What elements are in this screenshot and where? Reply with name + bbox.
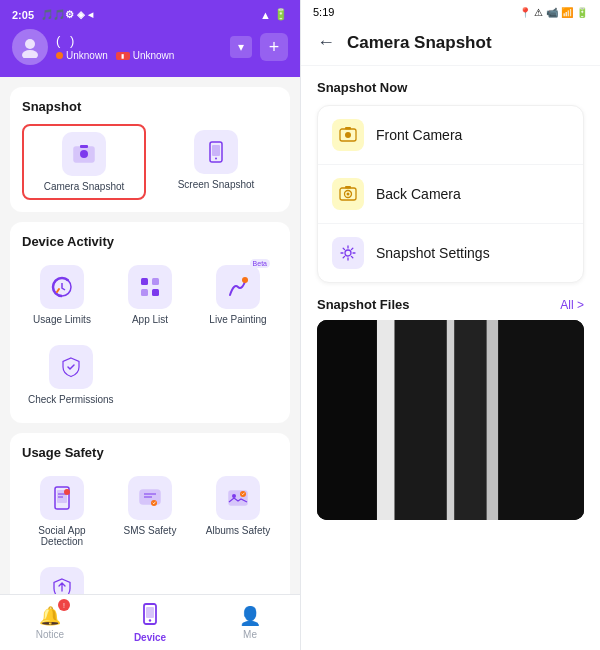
- me-icon: 👤: [239, 605, 261, 627]
- bottom-nav: ! 🔔 Notice Device 👤 Me: [0, 594, 300, 650]
- nav-me[interactable]: 👤 Me: [200, 595, 300, 650]
- svg-point-3: [80, 150, 88, 158]
- account-name: ( ): [56, 33, 174, 48]
- notice-icon: 🔔: [39, 605, 61, 627]
- snapshot-section: Snapshot Camera Snapshot: [10, 87, 290, 212]
- device-icon: [140, 603, 160, 630]
- albums-safety-item[interactable]: Albums Safety: [198, 470, 278, 553]
- screen-snapshot-label: Screen Snapshot: [178, 179, 255, 190]
- svg-rect-10: [141, 278, 148, 285]
- sms-safety-label: SMS Safety: [124, 525, 177, 536]
- preview-image: [317, 320, 584, 520]
- account-info: ( ) Unknown ▮ Unknown: [12, 29, 174, 65]
- browser-safety-item[interactable]: Browser Safety: [22, 561, 102, 594]
- page-title: Camera Snapshot: [347, 33, 492, 53]
- front-camera-icon-bg: [332, 119, 364, 151]
- battery-right-icon: 🔋: [576, 7, 588, 18]
- social-app-item[interactable]: Social AppDetection: [22, 470, 102, 553]
- usage-safety-title: Usage Safety: [22, 445, 278, 460]
- svg-point-33: [345, 250, 351, 256]
- usage-safety-section: Usage Safety Social AppDetection: [10, 433, 290, 594]
- time-left: 2:05: [12, 9, 34, 21]
- browser-safety-icon: [40, 567, 84, 594]
- sms-safety-item[interactable]: SMS Safety: [110, 470, 190, 553]
- chevron-down-btn[interactable]: ▾: [230, 36, 252, 58]
- snapshot-files-all-btn[interactable]: All >: [560, 298, 584, 312]
- device-activity-row2: Check Permissions: [22, 339, 278, 411]
- back-button[interactable]: ←: [317, 32, 335, 53]
- add-button[interactable]: +: [260, 33, 288, 61]
- svg-rect-24: [146, 607, 154, 618]
- badge-unknown1: Unknown: [56, 50, 108, 61]
- svg-point-25: [149, 619, 151, 621]
- account-details: ( ) Unknown ▮ Unknown: [56, 33, 174, 61]
- screen-snapshot-item[interactable]: Screen Snapshot: [154, 124, 278, 200]
- status-icons-left: 🎵🎵⚙ ◈ ◂: [41, 9, 93, 20]
- albums-safety-label: Albums Safety: [206, 525, 270, 536]
- back-camera-option[interactable]: Back Camera: [318, 165, 583, 224]
- right-header: ← Camera Snapshot: [301, 24, 600, 66]
- nav-notice[interactable]: ! 🔔 Notice: [0, 595, 100, 650]
- snapshot-settings-option[interactable]: Snapshot Settings: [318, 224, 583, 282]
- front-camera-label: Front Camera: [376, 127, 462, 143]
- snapshot-now-section: Snapshot Now Front Camera: [301, 66, 600, 283]
- left-header: 2:05 🎵🎵⚙ ◈ ◂ ▲ 🔋: [0, 0, 300, 77]
- header-actions: ▾ +: [230, 33, 288, 61]
- notice-badge: !: [58, 599, 70, 611]
- dot-orange: [56, 52, 63, 59]
- svg-rect-40: [454, 320, 486, 520]
- account-badges: Unknown ▮ Unknown: [56, 50, 174, 61]
- status-bar-left: 2:05 🎵🎵⚙ ◈ ◂ ▲ 🔋: [12, 8, 288, 21]
- badge-unknown2: ▮ Unknown: [116, 50, 175, 61]
- camera-snapshot-icon: [62, 132, 106, 176]
- svg-point-7: [215, 158, 217, 160]
- camera-snapshot-label: Camera Snapshot: [44, 181, 125, 192]
- app-list-icon: [128, 265, 172, 309]
- svg-point-0: [25, 39, 35, 49]
- live-painting-item[interactable]: Beta Live Painting: [198, 259, 278, 331]
- snapshot-settings-label: Snapshot Settings: [376, 245, 490, 261]
- svg-rect-12: [141, 289, 148, 296]
- sms-safety-icon: [128, 476, 172, 520]
- albums-safety-icon: [216, 476, 260, 520]
- svg-rect-4: [80, 145, 88, 148]
- camera-snapshot-item[interactable]: Camera Snapshot: [22, 124, 146, 200]
- back-camera-label: Back Camera: [376, 186, 461, 202]
- svg-rect-35: [377, 320, 395, 520]
- video-icon: 📹: [546, 7, 558, 18]
- device-label: Device: [134, 632, 166, 643]
- svg-rect-39: [395, 320, 447, 520]
- nav-device[interactable]: Device: [100, 595, 200, 650]
- usage-safety-grid: Social AppDetection SMS Safety: [22, 470, 278, 553]
- check-permissions-item[interactable]: Check Permissions: [22, 339, 120, 411]
- usage-limits-label: Usage Limits: [33, 314, 91, 325]
- app-list-item[interactable]: App List: [110, 259, 190, 331]
- front-camera-option[interactable]: Front Camera: [318, 106, 583, 165]
- svg-rect-11: [152, 278, 159, 285]
- wifi-icon: ▲: [260, 9, 271, 21]
- location-icon: 📍: [519, 7, 531, 18]
- snapshot-files-title: Snapshot Files: [317, 297, 409, 312]
- svg-rect-38: [317, 320, 377, 520]
- snapshot-now-title: Snapshot Now: [317, 80, 584, 95]
- live-painting-label: Live Painting: [209, 314, 266, 325]
- usage-limits-item[interactable]: Usage Limits: [22, 259, 102, 331]
- snapshot-files-header: Snapshot Files All >: [301, 283, 600, 320]
- svg-rect-37: [486, 320, 498, 520]
- notice-label: Notice: [36, 629, 64, 640]
- snapshot-title: Snapshot: [22, 99, 278, 114]
- svg-rect-6: [212, 145, 220, 156]
- time-right: 5:19: [313, 6, 334, 18]
- avatar: [12, 29, 48, 65]
- snapshot-options-card: Front Camera Back Camera: [317, 105, 584, 283]
- svg-rect-13: [152, 289, 159, 296]
- snapshot-preview: [317, 320, 584, 520]
- svg-point-14: [242, 277, 248, 283]
- check-permissions-icon: [49, 345, 93, 389]
- header-account: ( ) Unknown ▮ Unknown: [12, 29, 288, 65]
- wifi-right-icon: 📶: [561, 7, 573, 18]
- left-content: Snapshot Camera Snapshot: [0, 77, 300, 594]
- back-camera-icon-bg: [332, 178, 364, 210]
- svg-rect-28: [345, 127, 351, 130]
- right-panel: 5:19 📍 ⚠ 📹 📶 🔋 ← Camera Snapshot Snapsho…: [300, 0, 600, 650]
